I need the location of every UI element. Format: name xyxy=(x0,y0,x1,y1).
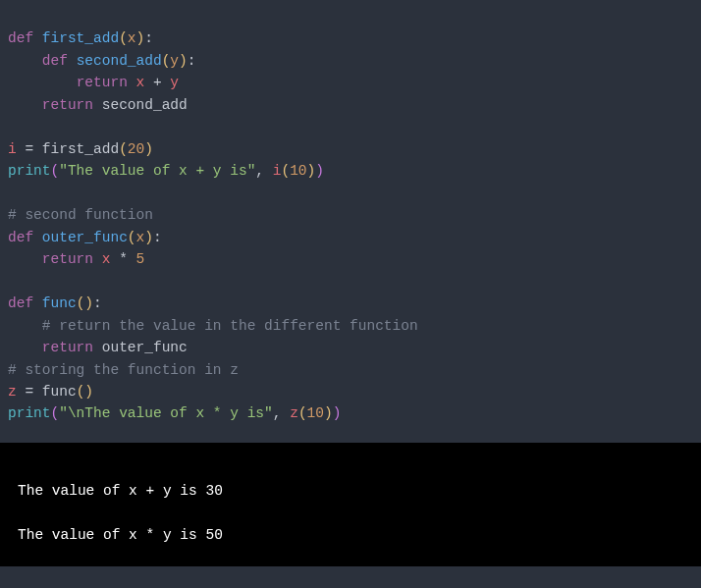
var-i: i xyxy=(8,141,17,157)
number: 5 xyxy=(136,251,145,267)
code-line: # return the value in the different func… xyxy=(8,318,418,334)
paren: ) xyxy=(144,230,153,245)
func-name: second_add xyxy=(77,53,162,69)
paren: ) xyxy=(144,141,153,157)
code-line: return x + y xyxy=(8,75,179,90)
string: "The value of x + y is" xyxy=(59,163,255,179)
keyword-def: def xyxy=(8,230,33,245)
return-val: outer_func xyxy=(93,340,188,355)
operator: = xyxy=(17,384,42,400)
func-call: first_add xyxy=(42,141,119,157)
paren: ( xyxy=(119,30,128,46)
paren: ) xyxy=(307,163,316,179)
number: 20 xyxy=(128,141,144,157)
comma: , xyxy=(273,405,290,421)
paren: ) xyxy=(84,295,93,311)
keyword-return: return xyxy=(77,75,128,90)
code-line: def outer_func(x): xyxy=(8,230,162,245)
code-line: # second function xyxy=(8,207,153,223)
comment: # storing the function in z xyxy=(8,362,239,378)
return-val: second_add xyxy=(93,97,188,113)
colon: : xyxy=(144,30,153,46)
code-line: i = first_add(20) xyxy=(8,141,153,157)
var-z: z xyxy=(290,405,298,421)
paren: ( xyxy=(51,163,60,179)
keyword-return: return xyxy=(42,97,93,113)
indent xyxy=(8,251,42,267)
number: 10 xyxy=(307,405,324,421)
operator: * xyxy=(110,251,135,267)
var-z: z xyxy=(8,384,17,400)
param: x xyxy=(136,230,145,245)
param: y xyxy=(170,53,179,69)
blank-line xyxy=(8,274,17,290)
string: "\nThe value of x * y is" xyxy=(59,405,273,421)
builtin-print: print xyxy=(8,163,51,179)
code-line: z = func() xyxy=(8,384,93,400)
var-x: x xyxy=(136,75,145,90)
operator: = xyxy=(17,141,42,157)
func-name: func xyxy=(42,295,77,311)
code-line: return second_add xyxy=(8,97,188,113)
comment: # return the value in the different func… xyxy=(42,318,418,334)
keyword-def: def xyxy=(8,295,33,311)
paren: ) xyxy=(179,53,188,69)
colon: : xyxy=(93,295,102,311)
paren: ( xyxy=(298,405,307,421)
keyword-return: return xyxy=(42,251,93,267)
comment: # second function xyxy=(8,207,153,223)
paren: ( xyxy=(51,405,60,421)
comma: , xyxy=(255,163,272,179)
code-line: print("The value of x + y is", i(10)) xyxy=(8,163,324,179)
func-name: outer_func xyxy=(42,230,128,245)
paren: ( xyxy=(119,141,128,157)
code-editor: def first_add(x): def second_add(y): ret… xyxy=(0,0,701,443)
paren: ) xyxy=(315,163,324,179)
indent xyxy=(8,75,77,90)
colon: : xyxy=(188,53,196,69)
paren: ( xyxy=(281,163,290,179)
output-line: The value of x * y is 50 xyxy=(18,527,223,543)
blank-line xyxy=(8,186,17,201)
builtin-print: print xyxy=(8,405,51,421)
paren: ) xyxy=(324,405,333,421)
blank-line xyxy=(8,119,17,134)
indent xyxy=(8,97,42,113)
output-line: The value of x + y is 30 xyxy=(18,483,223,499)
keyword-return: return xyxy=(42,340,93,355)
keyword-def: def xyxy=(8,30,33,46)
colon: : xyxy=(153,230,162,245)
func-name: first_add xyxy=(42,30,119,46)
param: x xyxy=(128,30,136,46)
paren: ) xyxy=(136,30,145,46)
indent xyxy=(8,340,42,355)
paren: ( xyxy=(128,230,136,245)
console-output: The value of x + y is 30 The value of x … xyxy=(0,443,701,566)
paren: ) xyxy=(333,405,342,421)
indent xyxy=(8,53,42,69)
code-line: def first_add(x): xyxy=(8,30,153,46)
code-line: return x * 5 xyxy=(8,251,144,267)
number: 10 xyxy=(290,163,306,179)
paren: ) xyxy=(84,384,93,400)
func-call: func xyxy=(42,384,77,400)
code-line: print("\nThe value of x * y is", z(10)) xyxy=(8,405,341,421)
var-y: y xyxy=(170,75,179,90)
indent xyxy=(8,318,42,334)
code-line: def func(): xyxy=(8,295,102,311)
code-line: def second_add(y): xyxy=(8,53,195,69)
code-line: # storing the function in z xyxy=(8,362,239,378)
code-line: return outer_func xyxy=(8,340,188,355)
keyword-def: def xyxy=(42,53,68,69)
operator: + xyxy=(144,75,170,90)
